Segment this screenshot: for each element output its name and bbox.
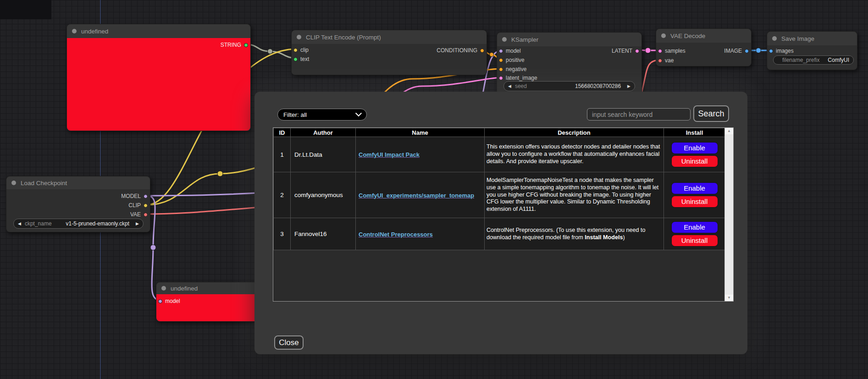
extension-table: ID Author Name Description Install 1 Dr.… bbox=[273, 128, 725, 250]
cell-name: ComfyUI Impact Pack bbox=[356, 137, 485, 172]
next-arrow-icon[interactable]: ▶ bbox=[136, 221, 139, 226]
output-slot-model[interactable]: MODEL bbox=[121, 193, 148, 199]
input-slot-positive[interactable]: positive bbox=[499, 57, 525, 63]
output-slot-clip[interactable]: CLIP bbox=[128, 202, 148, 209]
table-row: 2 comfyanonymous ComfyUI_experiments/sam… bbox=[274, 172, 725, 218]
cell-id: 3 bbox=[274, 218, 291, 250]
enable-button[interactable]: Enable bbox=[671, 182, 718, 194]
table-row: 1 Dr.Lt.Data ComfyUI Impact Pack This ex… bbox=[274, 137, 725, 172]
input-slot-negative[interactable]: negative bbox=[499, 66, 526, 72]
link-dot-model[interactable] bbox=[150, 245, 156, 250]
uninstall-button[interactable]: Uninstall bbox=[671, 155, 718, 167]
input-slot-text[interactable]: text bbox=[293, 56, 309, 62]
extension-link[interactable]: ControlNet Preprocessors bbox=[359, 231, 433, 238]
input-slot-latent-image[interactable]: latent_image bbox=[499, 75, 537, 81]
node-title: undefined bbox=[171, 285, 198, 292]
table-row: 3 Fannovel16 ControlNet Preprocessors Co… bbox=[274, 218, 725, 250]
slot-dot-model[interactable] bbox=[158, 299, 162, 303]
node-clip-text-encode[interactable]: CLIP Text Encode (Prompt) clip text COND… bbox=[291, 30, 487, 75]
input-slot-samples[interactable]: samples bbox=[658, 48, 686, 54]
enable-button[interactable]: Enable bbox=[671, 142, 718, 154]
scroll-up-icon[interactable]: ▲ bbox=[725, 128, 733, 134]
node-undefined-top[interactable]: undefined STRING bbox=[66, 24, 251, 131]
table-header-row: ID Author Name Description Install bbox=[274, 128, 725, 137]
cell-name: ComfyUI_experiments/sampler_tonemap bbox=[356, 172, 485, 218]
link-dot-latent[interactable] bbox=[645, 48, 651, 53]
slot-dot-latent[interactable] bbox=[635, 49, 639, 53]
slot-dot-negative[interactable] bbox=[499, 67, 503, 71]
extension-link[interactable]: ComfyUI Impact Pack bbox=[359, 151, 420, 158]
output-slot-string[interactable]: STRING bbox=[221, 42, 248, 48]
node-collapse-dot[interactable] bbox=[772, 36, 777, 41]
cell-author: Dr.Lt.Data bbox=[291, 137, 356, 172]
slot-dot-latent-image[interactable] bbox=[499, 76, 503, 80]
node-error-body bbox=[67, 38, 250, 131]
search-input[interactable] bbox=[587, 108, 691, 121]
link-dot-clip[interactable] bbox=[217, 171, 223, 176]
node-title: undefined bbox=[81, 28, 108, 35]
node-title: Load Checkpoint bbox=[21, 180, 67, 187]
output-slot-image[interactable]: IMAGE bbox=[724, 48, 749, 54]
scroll-down-icon[interactable]: ▼ bbox=[725, 295, 733, 301]
col-header-description: Description bbox=[485, 128, 664, 137]
slot-dot-vae[interactable] bbox=[144, 213, 148, 217]
cell-description: ControlNet Preprocessors. (To use this e… bbox=[485, 218, 664, 250]
slot-dot-model[interactable] bbox=[499, 49, 503, 53]
enable-button[interactable]: Enable bbox=[671, 221, 718, 233]
slot-dot-model[interactable] bbox=[144, 194, 148, 198]
node-collapse-dot[interactable] bbox=[297, 35, 301, 39]
cell-description: This extension offers various detector n… bbox=[485, 137, 664, 172]
input-slot-clip[interactable]: clip bbox=[293, 47, 309, 53]
comfyui-canvas[interactable]: undefined STRING CLIP Text Encode (Promp… bbox=[0, 0, 868, 379]
slot-dot-samples[interactable] bbox=[658, 49, 662, 53]
search-button[interactable]: Search bbox=[693, 105, 729, 122]
extension-link[interactable]: ComfyUI_experiments/sampler_tonemap bbox=[359, 192, 474, 199]
input-slot-images[interactable]: images bbox=[769, 48, 794, 54]
slot-dot-vae[interactable] bbox=[658, 59, 662, 63]
input-slot-vae[interactable]: vae bbox=[658, 57, 674, 64]
node-undefined-bottom[interactable]: undefined model bbox=[156, 282, 269, 322]
node-save-image[interactable]: Save Image images filename_prefix ComfyU… bbox=[767, 31, 857, 70]
table-scrollbar[interactable]: ▲ ▼ bbox=[724, 128, 733, 301]
node-collapse-dot[interactable] bbox=[11, 181, 16, 185]
output-slot-latent[interactable]: LATENT bbox=[612, 48, 639, 54]
output-slot-conditioning[interactable]: CONDITIONING bbox=[437, 47, 484, 54]
col-header-install: Install bbox=[664, 128, 725, 137]
node-collapse-dot[interactable] bbox=[72, 29, 77, 33]
slot-dot-clip[interactable] bbox=[293, 48, 298, 52]
link-dot-cond[interactable] bbox=[490, 53, 494, 57]
node-load-checkpoint[interactable]: Load Checkpoint MODEL CLIP VAE ◀ ckpt_na… bbox=[6, 176, 150, 232]
link-dot-string[interactable] bbox=[268, 49, 273, 54]
filename-prefix-widget[interactable]: filename_prefix ComfyUI bbox=[773, 55, 854, 65]
output-slot-vae[interactable]: VAE bbox=[130, 211, 148, 218]
node-collapse-dot[interactable] bbox=[661, 33, 666, 38]
uninstall-button[interactable]: Uninstall bbox=[671, 196, 718, 208]
extension-table-container: ID Author Name Description Install 1 Dr.… bbox=[273, 127, 734, 302]
seed-widget[interactable]: ◀ seed 156680208700286 ▶ bbox=[503, 81, 635, 91]
slot-dot-conditioning[interactable] bbox=[480, 49, 484, 53]
cell-install: Enable Uninstall bbox=[664, 137, 725, 172]
node-vae-decode[interactable]: VAE Decode samples vae IMAGE bbox=[656, 28, 752, 66]
slot-dot-clip[interactable] bbox=[144, 203, 148, 208]
input-slot-model[interactable]: model bbox=[158, 298, 180, 304]
slot-dot-images[interactable] bbox=[769, 49, 773, 53]
prev-arrow-icon[interactable]: ◀ bbox=[18, 221, 21, 226]
link-dot-image[interactable] bbox=[756, 48, 761, 53]
cell-author: comfyanonymous bbox=[291, 172, 356, 218]
slot-dot-positive[interactable] bbox=[499, 58, 503, 62]
input-slot-model[interactable]: model bbox=[499, 48, 521, 54]
ckpt-name-widget[interactable]: ◀ ckpt_name v1-5-pruned-emaonly.ckpt ▶ bbox=[13, 219, 144, 229]
uninstall-button[interactable]: Uninstall bbox=[671, 235, 718, 247]
slot-dot-image[interactable] bbox=[745, 49, 749, 53]
decrement-arrow-icon[interactable]: ◀ bbox=[508, 84, 511, 88]
node-collapse-dot[interactable] bbox=[161, 286, 166, 291]
slot-dot-text[interactable] bbox=[293, 57, 298, 61]
cell-install: Enable Uninstall bbox=[664, 172, 725, 218]
node-title: Save Image bbox=[781, 35, 814, 42]
close-button[interactable]: Close bbox=[274, 335, 304, 350]
cell-description: ModelSamplerTonemapNoiseTest a node that… bbox=[485, 172, 664, 218]
increment-arrow-icon[interactable]: ▶ bbox=[627, 84, 630, 88]
filter-select[interactable]: Filter: all bbox=[277, 109, 367, 121]
slot-dot-string[interactable] bbox=[244, 43, 248, 47]
node-collapse-dot[interactable] bbox=[502, 37, 507, 42]
